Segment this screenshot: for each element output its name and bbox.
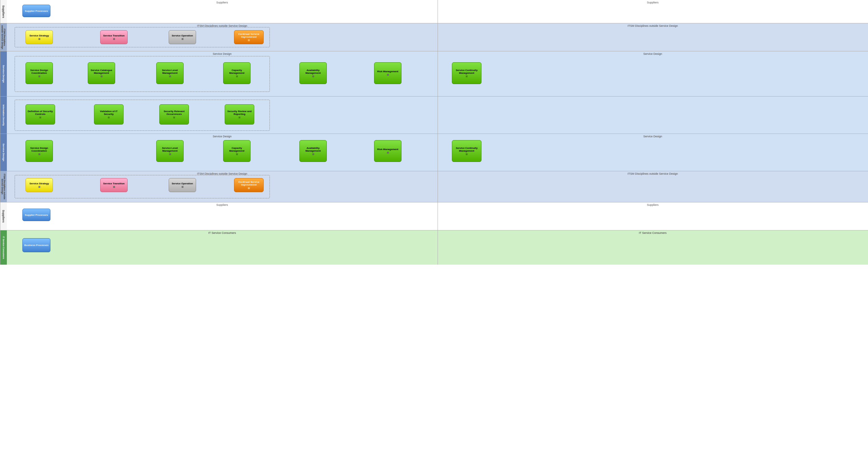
- itsm-bottom-right-header: ITSM Disciplines outside Service Design: [627, 172, 678, 175]
- continual-service-improvement-top-box[interactable]: Continual Service Improvement ⊞: [234, 30, 264, 44]
- security-review-reporting-box[interactable]: Security Review and Reporting ⊞: [225, 104, 254, 124]
- service-design-coord-bottom-box[interactable]: Service Design Coordination ⊞: [26, 140, 53, 162]
- suppliers-bottom-lane: Suppliers Suppliers Suppliers Supplier P…: [0, 202, 868, 231]
- itsm-dashed-bottom: [14, 175, 270, 198]
- service-design-main-lane: Service Design Service Design Service De…: [0, 51, 868, 96]
- sd-bottom-right-header: Service Design: [643, 135, 662, 138]
- center-divider-itsm-bottom: [438, 171, 438, 202]
- service-level-mgmt-main-box[interactable]: Service Level Management ⊞: [156, 62, 184, 84]
- it-consumers-right-header: IT Service Consumers: [639, 231, 666, 235]
- risk-mgmt-main-box[interactable]: Risk Management ⊞: [374, 62, 401, 84]
- suppliers-bottom-left-header: Suppliers: [216, 203, 228, 206]
- business-processes-box[interactable]: Business Processes: [23, 238, 51, 252]
- service-transition-bottom-box[interactable]: Service Transition ⊞: [100, 178, 128, 192]
- center-divider-sd-bottom: [438, 134, 438, 171]
- it-consumers-label: IT Service Consumers: [0, 231, 7, 265]
- service-operation-top-box[interactable]: Service Operation ⊞: [169, 30, 196, 44]
- center-divider-sup-bottom: [438, 202, 438, 230]
- suppliers-bottom-right-header: Suppliers: [647, 203, 658, 206]
- it-consumers-left-header: IT Service Consumers: [208, 231, 236, 235]
- itsm-dashed-region-top: [14, 27, 270, 47]
- definition-security-controls-box[interactable]: Definition of Security Controls ⊞: [26, 104, 55, 124]
- supplier-processes-top-box[interactable]: Supplier Processes: [23, 5, 51, 17]
- center-divider-top: [438, 0, 438, 23]
- availability-mgmt-bottom-box[interactable]: Availability Management ⊞: [300, 140, 327, 162]
- itsm-outside-bottom-label: ITSM Disciplines outside Service Design: [0, 171, 7, 202]
- continual-service-improvement-bottom-box[interactable]: Continual Service Improvement ⊞: [234, 178, 264, 192]
- suppliers-label-top: Suppliers: [0, 0, 7, 23]
- risk-mgmt-bottom-box[interactable]: Risk Management ⊞: [374, 140, 401, 162]
- center-divider-consumers: [438, 231, 438, 265]
- supplier-processes-bottom-box[interactable]: Supplier Processes: [23, 209, 51, 221]
- service-level-mgmt-bottom-box[interactable]: Service Level Management ⊞: [156, 140, 184, 162]
- service-design-bottom-label: Service Design: [0, 134, 7, 171]
- info-security-label: Information Security: [0, 96, 7, 133]
- availability-mgmt-main-box[interactable]: Availability Management ⊞: [300, 62, 327, 84]
- suppliers-top-left-header: Suppliers: [216, 1, 228, 4]
- sd-bottom-left-header: Service Design: [213, 135, 231, 138]
- itsm-outside-top-label: ITSM Disciplines outside Service Design: [0, 23, 7, 51]
- security-relevant-occurrences-box[interactable]: Security Relevant Occurrences ⊞: [159, 104, 189, 124]
- service-strategy-bottom-box[interactable]: Service Strategy ⊞: [26, 178, 53, 192]
- service-catalogue-mgmt-box[interactable]: Service Catalogue Management ⊞: [88, 62, 115, 84]
- service-continuity-mgmt-bottom-box[interactable]: Service Continuity Management ⊞: [452, 140, 482, 162]
- suppliers-bottom-label: Suppliers: [0, 202, 7, 230]
- diagram-container: Suppliers Suppliers Suppliers Supplier P…: [0, 0, 868, 449]
- sd-main-left-header: Service Design: [213, 52, 231, 55]
- suppliers-lane-top: Suppliers Suppliers Suppliers Supplier P…: [0, 0, 868, 23]
- service-design-coord-main-box[interactable]: Service Design Coordination ⊞: [26, 62, 53, 84]
- itsm-top-right-header: ITSM Disciplines outside Service Design: [627, 24, 678, 27]
- center-divider-sd-main: [438, 51, 438, 96]
- it-consumers-lane: IT Service Consumers IT Service Consumer…: [0, 231, 868, 265]
- itsm-outside-bottom-lane: ITSM Disciplines outside Service Design …: [0, 171, 868, 202]
- service-strategy-top-box[interactable]: Service Strategy ⊞: [26, 30, 53, 44]
- service-operation-bottom-box[interactable]: Service Operation ⊞: [169, 178, 196, 192]
- validation-it-security-box[interactable]: Validation of IT Security ⊞: [94, 104, 124, 124]
- service-design-bottom-lane: Service Design Service Design Service De…: [0, 134, 868, 171]
- itsm-outside-top-lane: ITSM Disciplines outside Service Design …: [0, 23, 868, 51]
- capacity-mgmt-main-box[interactable]: Capacity Management ⊞: [223, 62, 251, 84]
- sd-main-right-header: Service Design: [643, 52, 662, 55]
- service-continuity-mgmt-main-box[interactable]: Service Continuity Management ⊞: [452, 62, 482, 84]
- service-design-main-label: Service Design: [0, 51, 7, 96]
- service-transition-top-box[interactable]: Service Transition ⊞: [100, 30, 128, 44]
- center-divider-itsm-top: [438, 23, 438, 51]
- capacity-mgmt-bottom-box[interactable]: Capacity Management ⊞: [223, 140, 251, 162]
- suppliers-top-right-header: Suppliers: [647, 1, 658, 4]
- center-divider-sec: [438, 96, 438, 133]
- info-security-lane: Information Security Definition of Secur…: [0, 96, 868, 134]
